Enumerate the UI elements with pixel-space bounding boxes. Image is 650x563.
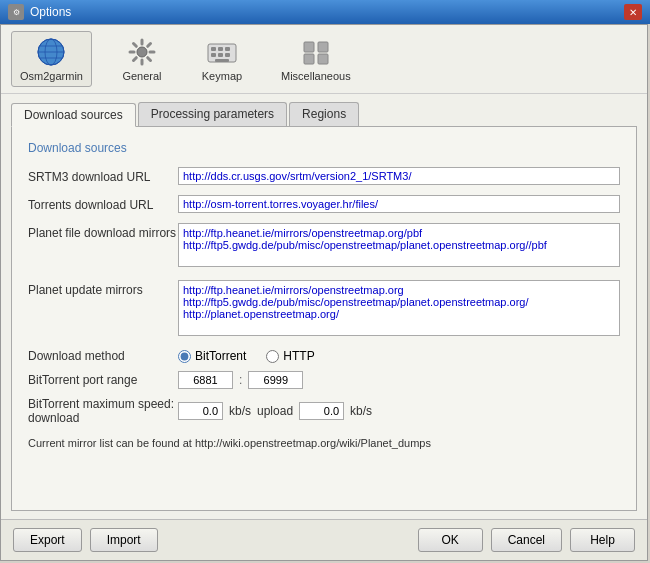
svg-line-16 [133,58,136,61]
planet-mirrors-label: Planet file download mirrors [28,223,178,240]
toolbar-item-keymap[interactable]: Keymap [192,31,252,87]
planet-update-row: Planet update mirrors http://ftp.heanet.… [28,280,620,339]
tab-panel-download-sources: Download sources SRTM3 download URL Torr… [11,127,637,511]
svg-rect-20 [225,47,230,51]
radio-http-label: HTTP [283,349,314,363]
port-from-input[interactable] [178,371,233,389]
radio-group: BitTorrent HTTP [178,349,315,363]
toolbar-keymap-label: Keymap [202,70,242,82]
svg-line-14 [148,58,151,61]
svg-rect-25 [304,42,314,52]
radio-http-input[interactable] [266,350,279,363]
download-unit: kb/s [229,404,251,418]
keyboard-icon [206,36,238,68]
svg-rect-19 [218,47,223,51]
radio-bittorrent-label: BitTorrent [195,349,246,363]
gear-icon [126,36,158,68]
close-button[interactable]: ✕ [624,4,642,20]
torrents-input[interactable] [178,195,620,213]
svg-rect-26 [318,42,328,52]
download-method-label: Download method [28,349,178,363]
srtm-control [178,167,620,185]
tab-download-sources[interactable]: Download sources [11,103,136,127]
toolbar-item-general[interactable]: General [112,31,172,87]
toolbar-misc-label: Miscellaneous [281,70,351,82]
svg-rect-28 [318,54,328,64]
misc-icon [300,36,332,68]
tab-processing-parameters[interactable]: Processing parameters [138,102,287,126]
download-speed-input[interactable] [178,402,223,420]
planet-update-control: http://ftp.heanet.ie/mirrors/openstreetm… [178,280,620,339]
toolbar-item-miscellaneous[interactable]: Miscellaneous [272,31,360,87]
svg-rect-18 [211,47,216,51]
planet-update-label: Planet update mirrors [28,280,178,297]
import-button[interactable]: Import [90,528,158,552]
planet-update-textarea[interactable]: http://ftp.heanet.ie/mirrors/openstreetm… [178,280,620,336]
radio-http[interactable]: HTTP [266,349,314,363]
content-area: Download sources Processing parameters R… [1,94,647,519]
srtm-label: SRTM3 download URL [28,167,178,184]
cancel-button[interactable]: Cancel [491,528,562,552]
svg-line-15 [148,44,151,47]
speed-inputs: kb/s upload kb/s [178,402,372,420]
app-icon: ⚙ [8,4,24,20]
toolbar-item-osm2garmin[interactable]: Osm2garmin [11,31,92,87]
port-range-row: BitTorrent port range : [28,371,620,389]
globe-icon [35,36,67,68]
help-button[interactable]: Help [570,528,635,552]
bottom-bar: Export Import OK Cancel Help [1,519,647,560]
torrents-label: Torrents download URL [28,195,178,212]
export-button[interactable]: Export [13,528,82,552]
svg-rect-23 [225,53,230,57]
svg-rect-24 [215,59,229,62]
svg-rect-22 [218,53,223,57]
torrents-control [178,195,620,213]
bottom-right: OK Cancel Help [418,528,635,552]
upload-label: upload [257,404,293,418]
tab-bar: Download sources Processing parameters R… [11,102,637,127]
svg-line-13 [133,44,136,47]
title-text: Options [30,5,71,19]
svg-text:⚙: ⚙ [13,8,20,17]
planet-mirrors-control: http://ftp.heanet.ie/mirrors/openstreetm… [178,223,620,270]
tab-regions[interactable]: Regions [289,102,359,126]
planet-mirrors-row: Planet file download mirrors http://ftp.… [28,223,620,270]
upload-speed-input[interactable] [299,402,344,420]
speed-row: BitTorrent maximum speed: download kb/s … [28,397,620,425]
port-separator: : [239,373,242,387]
speed-label: BitTorrent maximum speed: download [28,397,178,425]
mirror-info: Current mirror list can be found at http… [28,437,620,449]
toolbar-general-label: General [122,70,161,82]
bottom-left: Export Import [13,528,158,552]
mirror-info-text: Current mirror list can be found at http… [28,437,431,449]
port-inputs: : [178,371,303,389]
upload-unit: kb/s [350,404,372,418]
ok-button[interactable]: OK [418,528,483,552]
radio-bittorrent-input[interactable] [178,350,191,363]
download-method-row: Download method BitTorrent HTTP [28,349,620,363]
toolbar-osm2garmin-label: Osm2garmin [20,70,83,82]
port-to-input[interactable] [248,371,303,389]
title-bar-left: ⚙ Options [8,4,71,20]
srtm-input[interactable] [178,167,620,185]
srtm-row: SRTM3 download URL [28,167,620,185]
dialog: Osm2garmin General [0,24,648,561]
svg-point-8 [137,47,147,57]
torrents-row: Torrents download URL [28,195,620,213]
planet-mirrors-textarea[interactable]: http://ftp.heanet.ie/mirrors/openstreetm… [178,223,620,267]
port-range-label: BitTorrent port range [28,373,178,387]
section-title: Download sources [28,141,620,155]
svg-rect-27 [304,54,314,64]
title-bar: ⚙ Options ✕ [0,0,650,24]
toolbar: Osm2garmin General [1,25,647,94]
svg-rect-21 [211,53,216,57]
radio-bittorrent[interactable]: BitTorrent [178,349,246,363]
